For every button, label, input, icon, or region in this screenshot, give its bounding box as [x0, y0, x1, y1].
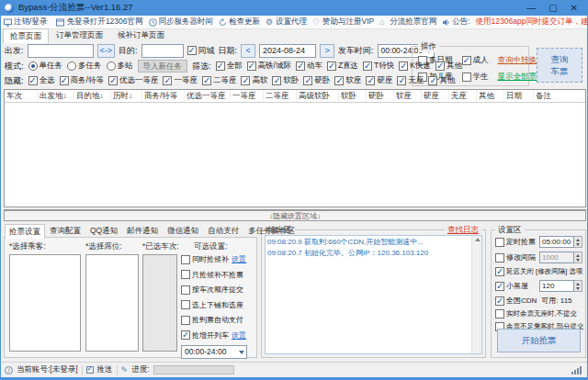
filter-k-train-checkbox[interactable]: K快速: [399, 61, 431, 72]
filter-t-train-checkbox[interactable]: T特快: [363, 61, 394, 72]
check-update-button[interactable]: 检查更新: [219, 17, 260, 28]
hide-hard-seat-checkbox[interactable]: 硬座: [366, 75, 392, 86]
col-second-class[interactable]: 二等座: [264, 90, 297, 102]
spin-down-icon[interactable]: [574, 242, 582, 248]
auto-pay-checkbox[interactable]: 抢到票自动支付: [181, 315, 256, 325]
col-no-seat[interactable]: 无座: [449, 90, 477, 102]
import-task-button[interactable]: 导入新任务: [138, 60, 188, 73]
spin-down-icon[interactable]: [574, 286, 582, 292]
timed-grab-spinner[interactable]: 05:00:00: [539, 236, 582, 248]
multi-station-radio[interactable]: 多站: [107, 61, 133, 72]
hide-second-class-checkbox[interactable]: 二等座: [202, 75, 237, 86]
interval-spinner[interactable]: 1000: [539, 251, 582, 263]
hide-no-seat-checkbox[interactable]: 无座: [397, 75, 424, 86]
extra-trains-settings-link[interactable]: 设置: [232, 330, 246, 341]
tab-query-config[interactable]: 查询配置: [45, 223, 85, 238]
tab-ticket-page[interactable]: 抢票页面: [3, 28, 49, 43]
same-city-checkbox[interactable]: 同城: [187, 45, 215, 57]
tab-qq-notify[interactable]: QQ通知: [85, 223, 122, 238]
push-label[interactable]: 推送: [97, 364, 113, 375]
col-premium-soft[interactable]: 高级软卧: [297, 90, 339, 102]
interval-checkbox[interactable]: [495, 253, 504, 263]
filter-all-checkbox[interactable]: 全部: [216, 61, 243, 72]
proxy-settings-button[interactable]: ⚙ 设置代理: [266, 17, 307, 28]
hide-select-all-checkbox[interactable]: 全选: [28, 75, 55, 86]
col-destination[interactable]: 目的地↓: [74, 90, 111, 102]
log-box[interactable]: 09:08:20.9 获取到:660个CDN,开始智能测速中... 09:08:…: [265, 235, 482, 354]
collapse-settings-bar[interactable]: ↓隐藏设置区域↓: [4, 209, 586, 221]
col-remark[interactable]: 备注: [534, 90, 585, 102]
spin-down-icon[interactable]: [574, 258, 582, 263]
to-input[interactable]: [141, 44, 184, 58]
col-first-class[interactable]: 一等座: [231, 90, 264, 102]
hide-soft-sleeper-checkbox[interactable]: 软卧: [272, 75, 299, 86]
col-soft-sleeper[interactable]: 软卧: [339, 90, 367, 102]
tab-grab-settings[interactable]: 抢票设置: [5, 224, 45, 239]
adult-checkbox[interactable]: 成人: [462, 55, 489, 66]
submit-in-order-checkbox[interactable]: 按车次顺序提交: [181, 285, 256, 295]
minimize-button[interactable]: —: [526, 4, 536, 13]
extra-trains-checkbox[interactable]: 抢增开列车 设置: [181, 330, 256, 341]
col-train-no[interactable]: 车次: [5, 90, 38, 102]
scroll-up-icon[interactable]: [475, 238, 481, 241]
col-hard-seat[interactable]: 硬座: [422, 90, 449, 102]
delay-close-checkbox[interactable]: [495, 267, 504, 276]
open-12306-button[interactable]: 免登录打开12306官网: [56, 17, 142, 28]
single-task-radio[interactable]: 单任务: [28, 61, 63, 72]
sponsor-vip-button[interactable]: ♡ 赞助与注册VIP: [312, 17, 374, 28]
passenger-listbox[interactable]: [9, 254, 81, 352]
query-tickets-button[interactable]: 查询车票: [537, 48, 582, 83]
log-scrollbar[interactable]: [471, 236, 481, 353]
col-duration[interactable]: 历时↓: [111, 90, 142, 102]
official-site-button[interactable]: ⌂ 分流抢票官网: [379, 17, 436, 28]
selected-train-listbox[interactable]: [142, 254, 177, 352]
hide-other-checkbox[interactable]: 其他: [428, 75, 455, 86]
timed-grab-checkbox[interactable]: [495, 238, 504, 247]
no-seat-checkbox[interactable]: [495, 309, 504, 319]
berth-seat-select-checkbox[interactable]: 选上下铺和选座: [181, 300, 256, 310]
grab-waitlist-checkbox[interactable]: 同时抢候补 设置: [181, 254, 256, 264]
seat-listbox[interactable]: [85, 254, 139, 352]
tab-waitlist-orders[interactable]: 候补订单页面: [110, 28, 172, 42]
col-departure[interactable]: 出发地↓: [38, 90, 74, 102]
student-checkbox[interactable]: 学生: [462, 72, 489, 83]
maximize-button[interactable]: ▢: [548, 4, 557, 13]
filter-z-train-checkbox[interactable]: Z直达: [327, 61, 358, 72]
tab-email-notify[interactable]: 邮件通知: [122, 223, 163, 238]
from-input[interactable]: [28, 44, 94, 58]
hide-preferred-first-checkbox[interactable]: 优选一等座: [108, 75, 159, 86]
tab-order-management[interactable]: 订单管理页面: [49, 28, 110, 42]
hide-first-class-checkbox[interactable]: 一等座: [163, 75, 198, 86]
close-button[interactable]: ✕: [571, 4, 578, 13]
blackroom-spinner[interactable]: 120: [539, 280, 582, 292]
filter-other-checkbox[interactable]: 其他: [435, 61, 462, 72]
hide-premium-soft-checkbox[interactable]: 高软: [241, 75, 267, 86]
col-other[interactable]: 其他: [477, 90, 504, 102]
same-city-checkbox-box[interactable]: [187, 46, 197, 55]
col-hard-sleeper[interactable]: 硬卧: [367, 90, 394, 102]
waitlist-settings-link[interactable]: 设置: [232, 254, 246, 264]
col-date[interactable]: 日期: [504, 90, 534, 102]
blackroom-checkbox[interactable]: [495, 282, 504, 291]
start-grab-button[interactable]: 开始抢票: [497, 329, 581, 352]
filter-d-train-checkbox[interactable]: 动车: [296, 61, 322, 72]
filter-highspeed-checkbox[interactable]: 高铁/城际: [247, 61, 291, 72]
swap-stations-button[interactable]: <->: [97, 44, 116, 58]
grab-time-range-select[interactable]: 00:00-24:00: [181, 345, 247, 359]
prev-date-button[interactable]: <: [241, 44, 255, 58]
next-date-button[interactable]: >: [320, 44, 334, 58]
hide-soft-seat-checkbox[interactable]: 软座: [334, 75, 361, 86]
col-business[interactable]: 商务/特等: [142, 90, 185, 102]
hide-hard-sleeper-checkbox[interactable]: 硬卧: [303, 75, 330, 86]
sync-time-button[interactable]: 同步服务器时间: [149, 17, 214, 28]
multi-task-radio[interactable]: 多任务: [67, 61, 102, 72]
waitlist-only-checkbox[interactable]: 只抢候补不抢票: [181, 270, 256, 280]
tab-multitask-area[interactable]: 多任务操作区: [243, 223, 300, 238]
cdn-checkbox[interactable]: [495, 296, 504, 306]
col-soft-seat[interactable]: 软座: [394, 90, 422, 102]
col-preferred-first[interactable]: 优选一等座: [185, 90, 231, 102]
logout-login-button[interactable]: 注销/登录: [4, 17, 47, 28]
hide-business-checkbox[interactable]: 商务/特等: [60, 75, 104, 86]
date-input[interactable]: 2024-08-24: [259, 44, 316, 58]
tab-auto-pay[interactable]: 自动支付: [203, 223, 243, 238]
